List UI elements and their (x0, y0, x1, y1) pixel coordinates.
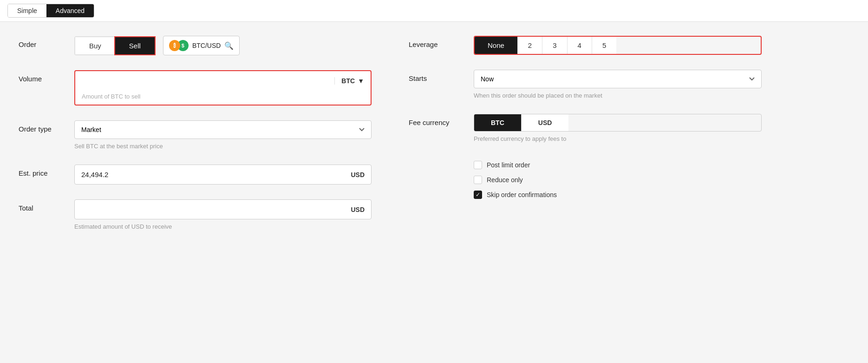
leverage-2-button[interactable]: 2 (517, 37, 542, 54)
post-limit-checkbox[interactable] (474, 161, 482, 169)
leverage-4-button[interactable]: 4 (567, 37, 592, 54)
order-type-row: Order type Market Limit Stop Sell BTC at… (19, 120, 372, 150)
leverage-5-button[interactable]: 5 (592, 37, 616, 54)
btc-icon: ₿ (169, 40, 180, 51)
leverage-control: None 2 3 4 5 (474, 36, 762, 55)
fee-usd-button[interactable]: USD (521, 114, 569, 131)
total-control: USD Estimated amount of USD to receive (74, 199, 372, 230)
post-limit-label: Post limit order (487, 161, 530, 169)
reduce-only-row[interactable]: Reduce only (474, 176, 762, 184)
total-currency: USD (351, 206, 365, 213)
volume-dropdown-icon: ▼ (358, 77, 364, 85)
checkbox-group: Post limit order Reduce only Skip order … (474, 161, 762, 199)
order-type-control: Market Limit Stop Sell BTC at the best m… (74, 120, 372, 150)
starts-select[interactable]: Now At price At time (474, 70, 762, 88)
fee-currency-group: BTC USD (474, 114, 762, 132)
fee-control: BTC USD Preferred currency to apply fees… (474, 114, 762, 142)
total-label: Total (19, 199, 74, 212)
volume-hint: Amount of BTC to sell (75, 90, 371, 105)
total-hint: Estimated amount of USD to receive (74, 223, 372, 230)
pair-icons: ₿ $ (169, 40, 189, 51)
leverage-row: Leverage None 2 3 4 5 (409, 36, 762, 55)
tab-advanced[interactable]: Advanced (46, 4, 94, 17)
buy-button[interactable]: Buy (75, 37, 115, 54)
est-price-value: 24,494.2 (81, 171, 108, 178)
fee-label: Fee currency (409, 114, 474, 126)
total-input[interactable] (81, 205, 351, 213)
leverage-none-button[interactable]: None (475, 37, 517, 54)
skip-confirm-label: Skip order confirmations (487, 191, 557, 198)
order-type-hint: Sell BTC at the best market price (74, 143, 372, 150)
starts-control: Now At price At time When this order sho… (474, 70, 762, 99)
leverage-container: None 2 3 4 5 (474, 36, 762, 55)
fee-btc-button[interactable]: BTC (474, 114, 521, 131)
skip-confirm-row[interactable]: Skip order confirmations (474, 191, 762, 199)
order-label: Order (19, 36, 74, 48)
est-price-currency: USD (351, 171, 365, 178)
volume-control: BTC ▼ Amount of BTC to sell (74, 70, 372, 106)
tab-simple[interactable]: Simple (8, 4, 46, 17)
starts-hint: When this order should be placed on the … (474, 92, 762, 99)
order-type-select[interactable]: Market Limit Stop (74, 120, 372, 139)
starts-label: Starts (409, 70, 474, 82)
top-bar: Simple Advanced (0, 0, 868, 22)
right-panel: Leverage None 2 3 4 5 Starts Now At pric… (409, 36, 762, 349)
options-spacer (409, 157, 474, 162)
post-limit-row[interactable]: Post limit order (474, 161, 762, 169)
pair-label: BTC/USD (192, 42, 221, 49)
leverage-label: Leverage (409, 36, 474, 48)
order-controls: Buy Sell ₿ $ BTC/USD 🔍 (74, 36, 372, 55)
sell-button[interactable]: Sell (114, 36, 156, 55)
volume-wrapper: BTC ▼ Amount of BTC to sell (74, 70, 372, 106)
est-price-box: 24,494.2 USD (74, 165, 372, 185)
fee-hint: Preferred currency to apply fees to (474, 135, 762, 142)
mode-tabs: Simple Advanced (7, 4, 94, 18)
volume-input-row: BTC ▼ (75, 71, 371, 90)
volume-currency-selector[interactable]: BTC ▼ (334, 77, 371, 85)
volume-input[interactable] (75, 71, 334, 90)
reduce-only-checkbox[interactable] (474, 176, 482, 184)
fee-row: Fee currency BTC USD Preferred currency … (409, 114, 762, 142)
order-row: Order Buy Sell ₿ $ BTC/USD 🔍 (19, 36, 372, 55)
left-panel: Order Buy Sell ₿ $ BTC/USD 🔍 Volume (19, 36, 372, 349)
skip-confirm-checkbox[interactable] (474, 191, 482, 199)
est-price-label: Est. price (19, 165, 74, 177)
volume-label: Volume (19, 70, 74, 83)
leverage-3-button[interactable]: 3 (542, 37, 567, 54)
buy-sell-group: Buy Sell (74, 36, 156, 55)
order-type-label: Order type (19, 120, 74, 133)
est-price-control: 24,494.2 USD (74, 165, 372, 185)
starts-row: Starts Now At price At time When this or… (409, 70, 762, 99)
volume-row: Volume BTC ▼ Amount of BTC to sell (19, 70, 372, 106)
options-control: Post limit order Reduce only Skip order … (474, 157, 762, 199)
search-icon[interactable]: 🔍 (224, 41, 234, 50)
reduce-only-label: Reduce only (487, 176, 523, 184)
volume-currency-label: BTC (341, 77, 355, 85)
main-content: Order Buy Sell ₿ $ BTC/USD 🔍 Volume (0, 22, 868, 363)
total-row: Total USD Estimated amount of USD to rec… (19, 199, 372, 230)
order-type-wrapper: Market Limit Stop (74, 120, 372, 139)
total-box: USD (74, 199, 372, 219)
options-row: Post limit order Reduce only Skip order … (409, 157, 762, 199)
est-price-row: Est. price 24,494.2 USD (19, 165, 372, 185)
pair-selector[interactable]: ₿ $ BTC/USD 🔍 (163, 36, 240, 55)
